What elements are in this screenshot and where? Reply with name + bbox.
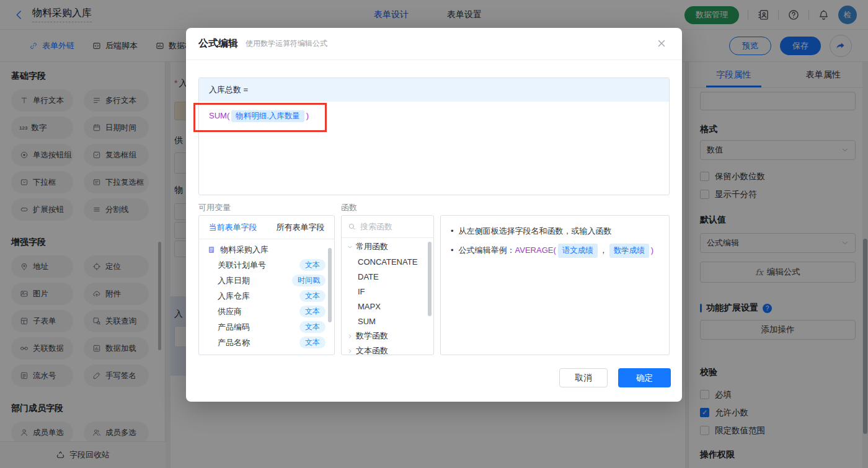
help-example: • 公式编辑举例：AVERAGE(语文成绩，数学成绩) <box>451 244 660 258</box>
variable-row[interactable]: 入库仓库文本 <box>199 288 334 304</box>
modal-subtitle: 使用数学运算符编辑公式 <box>246 38 327 49</box>
variable-row[interactable]: 产品编码文本 <box>199 319 334 335</box>
modal-header: 公式编辑 使用数学运算符编辑公式 <box>186 28 682 60</box>
variables-panel: 当前表单字段所有表单字段 物料采购入库关联计划单号文本入库日期时间戳入库仓库文本… <box>198 215 335 355</box>
field-type-badge: 文本 <box>299 306 326 317</box>
variables-tabs: 当前表单字段所有表单字段 <box>199 216 334 239</box>
example-variable-chip: 语文成绩 <box>558 244 598 258</box>
function-item-MAPX[interactable]: MAPX <box>342 299 433 314</box>
help-tip: • 从左侧面板选择字段名和函数，或输入函数 <box>451 224 660 237</box>
variables-scrollbar[interactable] <box>328 248 332 322</box>
functions-panel: 搜索函数 常用函数CONCATENATEDATEIFMAPXSUM数学函数文本函… <box>341 215 434 355</box>
function-item-IF[interactable]: IF <box>342 284 433 299</box>
function-search-input[interactable]: 搜索函数 <box>342 216 433 238</box>
variables-tab[interactable]: 当前表单字段 <box>199 216 267 239</box>
field-type-badge: 文本 <box>299 259 326 271</box>
formula-editor: 入库总数 = SUM(物料明细.入库数量) <box>198 77 670 195</box>
field-type-badge: 时间戳 <box>292 275 326 286</box>
field-type-badge: 文本 <box>299 337 326 348</box>
form-doc-icon <box>206 245 216 254</box>
variables-list: 物料采购入库关联计划单号文本入库日期时间戳入库仓库文本供应商文本产品编码文本产品… <box>199 239 334 355</box>
variable-row[interactable]: 关联计划单号文本 <box>199 257 334 273</box>
formula-variable-chip[interactable]: 物料明细.入库数量 <box>231 110 304 122</box>
help-panel: • 从左侧面板选择字段名和函数，或输入函数 • 公式编辑举例：AVERAGE(语… <box>440 215 670 355</box>
variable-row[interactable]: 供应商文本 <box>199 304 334 319</box>
function-item-SUM[interactable]: SUM <box>342 314 433 329</box>
cancel-button[interactable]: 取消 <box>559 368 608 387</box>
function-group[interactable]: 文本函数 <box>342 343 433 355</box>
functions-tree: 常用函数CONCATENATEDATEIFMAPXSUM数学函数文本函数 <box>342 238 433 355</box>
functions-label: 函数 <box>341 202 357 213</box>
field-type-badge: 文本 <box>299 290 326 302</box>
chevron-right-icon <box>347 333 353 340</box>
formula-function: SUM( <box>209 111 229 120</box>
modal-title: 公式编辑 <box>198 37 238 50</box>
search-placeholder: 搜索函数 <box>360 221 392 232</box>
functions-scrollbar[interactable] <box>428 242 432 316</box>
formula-input-area[interactable]: SUM(物料明细.入库数量) <box>199 102 669 131</box>
field-type-badge: 文本 <box>299 321 326 333</box>
chevron-right-icon <box>347 348 353 355</box>
close-icon[interactable] <box>656 38 667 49</box>
variable-row[interactable]: 入库日期时间戳 <box>199 273 334 288</box>
variable-row[interactable]: 产品名称文本 <box>199 335 334 350</box>
formula-close-paren: ) <box>306 111 309 120</box>
formula-target: 入库总数 = <box>199 78 669 102</box>
chevron-down-icon <box>347 244 353 250</box>
example-function: AVERAGE( <box>515 245 556 255</box>
function-item-DATE[interactable]: DATE <box>342 269 433 284</box>
modal-footer: 取消 确定 <box>559 368 671 387</box>
formula-editor-modal: 公式编辑 使用数学运算符编辑公式 入库总数 = SUM(物料明细.入库数量) 可… <box>186 28 682 402</box>
example-variable-chip: 数学成绩 <box>609 244 649 258</box>
variable-row[interactable] <box>199 350 334 355</box>
variable-tree-root[interactable]: 物料采购入库 <box>199 242 334 257</box>
function-group[interactable]: 常用函数 <box>342 239 433 254</box>
variables-label: 可用变量 <box>198 202 231 213</box>
function-item-CONCATENATE[interactable]: CONCATENATE <box>342 254 433 269</box>
function-group[interactable]: 数学函数 <box>342 329 433 343</box>
app-root: 物料采购入库 表单设计表单设置 数据管理 检 表单外链后端脚本数据权 预览 保存… <box>0 0 868 468</box>
variables-tab[interactable]: 所有表单字段 <box>267 216 334 239</box>
confirm-button[interactable]: 确定 <box>618 368 671 387</box>
search-icon <box>348 223 356 231</box>
